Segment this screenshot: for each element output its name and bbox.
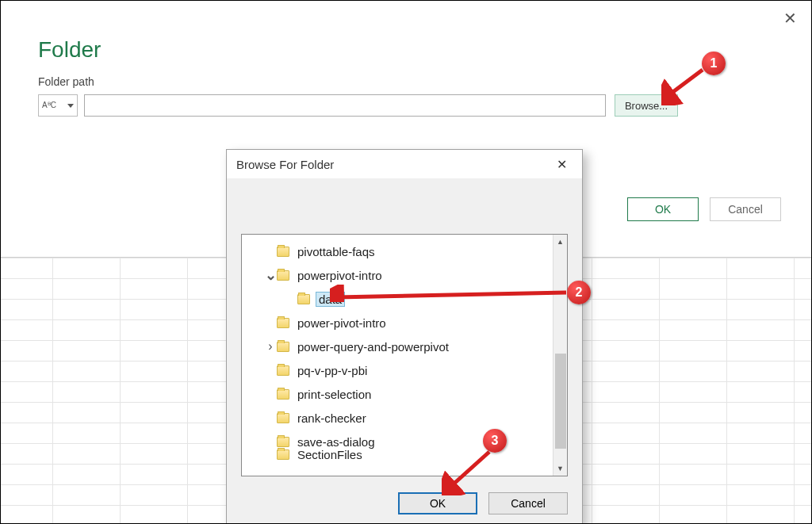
scroll-up-icon[interactable]: ▲	[553, 235, 567, 249]
scroll-thumb[interactable]	[555, 354, 566, 449]
folder-icon	[277, 449, 289, 460]
folder-icon	[277, 389, 289, 400]
browse-titlebar: Browse For Folder ✕	[227, 150, 582, 178]
folder-icon	[277, 365, 289, 376]
folder-icon	[277, 270, 289, 281]
tree-item-label: data	[316, 292, 345, 307]
folder-tree[interactable]: pivottable-faqs⌄powerpivot-introdatapowe…	[241, 234, 568, 476]
tree-item[interactable]: SectionFiles	[242, 442, 567, 466]
tree-item-label: power-pivot-intro	[296, 316, 388, 330]
tree-item[interactable]: pq-v-pp-v-pbi	[242, 358, 567, 382]
annotation-callout-1: 1	[702, 52, 726, 75]
type-dropdown[interactable]: AᴮC	[38, 94, 78, 117]
chevron-down-icon	[67, 104, 74, 108]
folder-icon	[277, 247, 289, 257]
scrollbar[interactable]: ▲ ▼	[553, 235, 567, 476]
folder-path-input[interactable]	[84, 94, 606, 117]
dialog-title: Folder	[38, 37, 101, 63]
close-icon[interactable]: ✕	[783, 9, 797, 28]
chevron-right-icon[interactable]: ›	[264, 339, 277, 354]
tree-item[interactable]: rank-checker	[242, 406, 567, 430]
tree-item[interactable]: data	[242, 287, 567, 311]
tree-item-label: pivottable-faqs	[296, 245, 377, 258]
tree-item-label: SectionFiles	[296, 448, 364, 461]
folder-icon	[277, 437, 289, 447]
chevron-down-icon[interactable]: ⌄	[264, 272, 277, 278]
tree-item[interactable]: pivottable-faqs	[242, 239, 567, 263]
annotation-callout-2: 2	[567, 281, 591, 304]
close-icon[interactable]: ✕	[546, 152, 577, 176]
tree-item[interactable]: ›power-query-and-powerpivot	[242, 335, 567, 358]
scroll-down-icon[interactable]: ▼	[553, 461, 567, 476]
tree-item-label: print-selection	[296, 388, 373, 401]
tree-item-label: rank-checker	[296, 411, 368, 425]
browse-ok-button[interactable]: OK	[398, 492, 477, 514]
tree-item[interactable]: power-pivot-intro	[242, 311, 567, 335]
browse-button[interactable]: Browse...	[615, 94, 678, 117]
tree-item-label: save-as-dialog	[296, 435, 377, 449]
browse-cancel-button[interactable]: Cancel	[488, 492, 568, 514]
folder-icon	[277, 413, 289, 423]
cancel-button[interactable]: Cancel	[710, 197, 781, 221]
type-hint-text: AᴮC	[42, 101, 56, 109]
folder-icon	[277, 342, 289, 352]
ok-button[interactable]: OK	[627, 197, 699, 221]
tree-item-label: pq-v-pp-v-pbi	[296, 364, 369, 377]
tree-item[interactable]: print-selection	[242, 382, 567, 406]
folder-icon	[277, 318, 289, 328]
annotation-callout-3: 3	[483, 429, 507, 453]
folder-icon	[297, 294, 310, 304]
tree-item-label: powerpivot-intro	[296, 269, 384, 282]
browse-title: Browse For Folder	[236, 158, 334, 171]
svg-line-1	[668, 70, 703, 96]
tree-item-label: power-query-and-powerpivot	[296, 340, 450, 354]
folder-path-label: Folder path	[38, 75, 94, 88]
tree-item[interactable]: ⌄powerpivot-intro	[242, 263, 567, 287]
browse-for-folder-dialog: Browse For Folder ✕ pivottable-faqs⌄powe…	[226, 149, 583, 524]
